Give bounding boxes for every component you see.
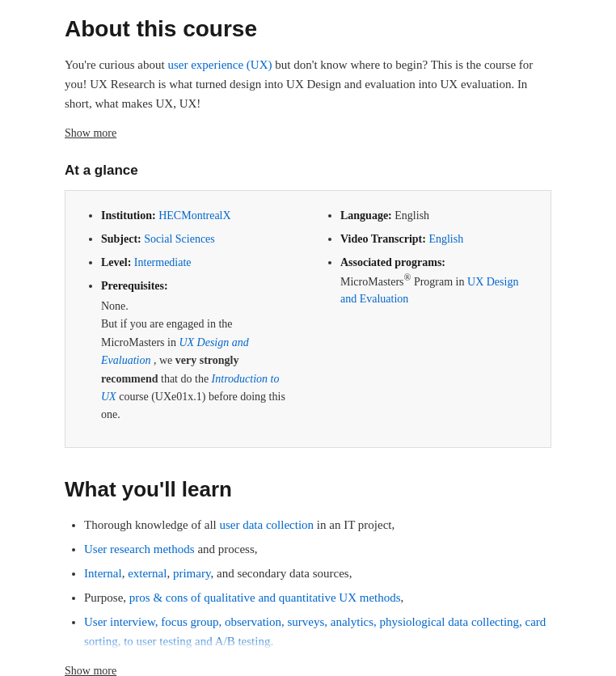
learn-list: Thorough knowledge of all user data coll… — [65, 515, 551, 651]
video-transcript-link[interactable]: English — [428, 233, 463, 245]
subject-item: Subject: Social Sciences — [101, 230, 292, 247]
glance-right-col: Language: English Video Transcript: Engl… — [324, 207, 531, 431]
list-item: User research methods and process, — [84, 539, 551, 559]
about-title: About this course — [65, 16, 551, 42]
prerequisites-text: None. But if you are engaged in the Micr… — [101, 298, 292, 425]
video-transcript-item: Video Transcript: English — [340, 230, 531, 247]
level-link[interactable]: Intermediate — [134, 256, 192, 268]
internal-link[interactable]: Internal — [84, 567, 122, 580]
course-description: You're curious about user experience (UX… — [65, 55, 551, 113]
show-more-link-1[interactable]: Show more — [65, 127, 116, 140]
institution-link[interactable]: HECMontrealX — [158, 209, 230, 222]
prerequisites-item: Prerequisites: None. But if you are enga… — [101, 277, 292, 425]
at-a-glance-title: At a glance — [65, 163, 551, 179]
user-interview-link[interactable]: User interview, focus group, observation… — [84, 615, 546, 648]
user-data-link[interactable]: user data collection — [219, 518, 314, 531]
user-research-link[interactable]: User research methods — [84, 543, 195, 556]
institution-item: Institution: HECMontrealX — [101, 207, 292, 224]
what-you-learn-section: What you'll learn Thorough knowledge of … — [65, 477, 551, 676]
ux-link[interactable]: user experience (UX) — [167, 58, 272, 71]
subject-link[interactable]: Social Sciences — [144, 233, 214, 245]
level-item: Level: Intermediate — [101, 254, 292, 271]
what-you-learn-title: What you'll learn — [65, 477, 551, 502]
associated-programs-item: Associated programs: MicroMasters® Progr… — [340, 254, 531, 307]
list-item: Purpose, pros & cons of qualitative and … — [84, 588, 551, 607]
external-link[interactable]: external — [128, 567, 167, 580]
list-item: Thorough knowledge of all user data coll… — [84, 515, 551, 534]
primary-link[interactable]: primary — [173, 567, 211, 580]
glance-left-col: Institution: HECMontrealX Subject: Socia… — [85, 207, 292, 431]
pros-cons-link[interactable]: pros & cons of qualitative and quantitat… — [129, 591, 401, 604]
glance-box: Institution: HECMontrealX Subject: Socia… — [65, 190, 551, 448]
language-item: Language: English — [340, 207, 531, 224]
list-item: User interview, focus group, observation… — [84, 612, 551, 651]
show-more-link-2[interactable]: Show more — [65, 665, 116, 676]
list-item: Internal, external, primary, and seconda… — [84, 564, 551, 583]
